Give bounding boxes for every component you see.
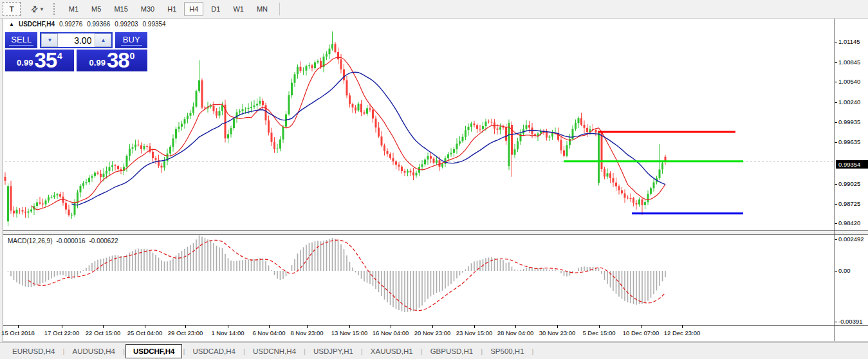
timeframe-button-w1[interactable]: W1 bbox=[228, 2, 249, 16]
candle-body bbox=[245, 109, 246, 109]
candle-body bbox=[369, 108, 371, 109]
chart-tab-gbpusd[interactable]: GBPUSD,H1 bbox=[423, 345, 480, 357]
axis-label: 1.01145 bbox=[838, 38, 860, 45]
tab-separator: | bbox=[123, 347, 125, 355]
candle-body bbox=[584, 125, 586, 128]
candle-body bbox=[311, 65, 313, 68]
buy-quote-button[interactable]: 0.99 38 0 bbox=[77, 50, 147, 71]
volume-increase-button[interactable]: ▲ bbox=[95, 33, 111, 47]
time-axis-label: 25 Oct 04:00 bbox=[127, 329, 162, 336]
sell-button[interactable]: SELL bbox=[5, 32, 37, 48]
candle-body bbox=[647, 194, 649, 202]
timeframe-button-m1[interactable]: M1 bbox=[64, 2, 84, 16]
one-click-trade-panel: SELL ▼ ▲ BUY 0.99 35 4 0.99 38 0 bbox=[5, 32, 147, 71]
chart-tab-xauusd[interactable]: XAUUSD,H1 bbox=[364, 345, 420, 357]
candle-body bbox=[433, 159, 435, 163]
candle-body bbox=[216, 111, 217, 116]
time-axis-label: 5 Dec 15:00 bbox=[582, 329, 615, 336]
current-price-tag: 0.99354 bbox=[836, 160, 868, 169]
candle-body bbox=[53, 195, 55, 197]
candle-body bbox=[482, 126, 484, 129]
chart-tab-usdcad[interactable]: USDCAD,H4 bbox=[185, 345, 242, 357]
candle-body bbox=[181, 124, 183, 127]
chart-tab-sp500[interactable]: SP500,H1 bbox=[483, 345, 531, 357]
candle-body bbox=[254, 106, 255, 107]
candle-body bbox=[476, 125, 478, 129]
candle-body bbox=[491, 122, 493, 122]
candle-body bbox=[601, 133, 603, 169]
candle-body bbox=[331, 44, 333, 48]
candle-body bbox=[439, 160, 441, 167]
candle-body bbox=[132, 147, 134, 149]
timeframe-button-mn[interactable]: MN bbox=[252, 2, 273, 16]
timeframe-button-h4[interactable]: H4 bbox=[184, 2, 203, 16]
tab-separator: | bbox=[361, 347, 363, 355]
candle-body bbox=[155, 158, 157, 160]
candle-body bbox=[551, 133, 553, 136]
sell-quote-button[interactable]: 0.99 35 4 bbox=[5, 50, 74, 71]
candle-body bbox=[129, 149, 131, 156]
candle-body bbox=[233, 118, 235, 128]
timeframe-button-m5[interactable]: M5 bbox=[86, 2, 106, 16]
candle-body bbox=[163, 161, 165, 167]
tab-separator: | bbox=[243, 347, 245, 355]
candle-body bbox=[549, 136, 551, 137]
buy-button[interactable]: BUY bbox=[115, 32, 147, 48]
candle-body bbox=[300, 67, 302, 71]
volume-decrease-button[interactable]: ▼ bbox=[41, 33, 58, 47]
text-tool-button[interactable]: T bbox=[3, 2, 21, 16]
toolbar-grip bbox=[53, 3, 57, 15]
candle-body bbox=[503, 127, 504, 128]
candle-body bbox=[140, 145, 142, 149]
ma-slow-line bbox=[72, 72, 666, 205]
candle-body bbox=[297, 67, 299, 74]
candle-body bbox=[103, 174, 105, 178]
candle-body bbox=[13, 211, 15, 214]
candle-body bbox=[82, 183, 84, 186]
time-axis-label: 20 Nov 23:00 bbox=[414, 329, 451, 336]
toolbar-separator bbox=[279, 3, 280, 15]
chart-tab-audusd[interactable]: AUDUSD,H4 bbox=[65, 345, 122, 357]
chart-tab-eurusd[interactable]: EURUSD,H4 bbox=[5, 345, 62, 357]
timeframe-button-m30[interactable]: M30 bbox=[136, 2, 160, 16]
candle-body bbox=[88, 178, 90, 182]
time-axis-label: 6 Nov 04:00 bbox=[252, 329, 285, 336]
sell-price-pip: 4 bbox=[57, 51, 62, 61]
timeframe-button-d1[interactable]: D1 bbox=[206, 2, 225, 16]
arrange-arrows-button[interactable]: ⇅ ▼ bbox=[23, 3, 47, 15]
candle-body bbox=[134, 145, 136, 147]
candle-body bbox=[10, 186, 12, 210]
candle-body bbox=[288, 95, 290, 115]
candle-body bbox=[265, 105, 267, 120]
candle-body bbox=[401, 167, 403, 171]
timeframe-button-h1[interactable]: H1 bbox=[162, 2, 181, 16]
candle-body bbox=[302, 71, 304, 71]
candle-body bbox=[398, 165, 400, 167]
sell-button-label: SELL bbox=[9, 35, 33, 46]
candle-body bbox=[499, 127, 501, 130]
candle-body bbox=[352, 104, 354, 107]
candle-body bbox=[279, 140, 281, 149]
volume-input[interactable] bbox=[58, 33, 95, 47]
candle-body bbox=[595, 130, 597, 133]
candle-body bbox=[387, 151, 389, 154]
chart-tab-usdjpy[interactable]: USDJPY,H1 bbox=[306, 345, 360, 357]
buy-price-big: 38 bbox=[107, 51, 129, 70]
candle-body bbox=[242, 109, 244, 111]
candle-body bbox=[407, 171, 409, 173]
candle-body bbox=[578, 118, 580, 124]
top-toolbar: T ⇅ ▼ M1M5M15M30H1H4D1W1MN bbox=[0, 0, 868, 19]
candle-body bbox=[531, 127, 533, 134]
candle-body bbox=[57, 194, 59, 196]
candle-body bbox=[271, 133, 273, 142]
candle-body bbox=[355, 107, 356, 111]
candle-body bbox=[488, 122, 490, 122]
timeframe-button-m15[interactable]: M15 bbox=[109, 2, 133, 16]
chart-tab-usdcnh[interactable]: USDCNH,H4 bbox=[246, 345, 303, 357]
candle-body bbox=[262, 101, 264, 106]
candle-body bbox=[604, 169, 605, 177]
candle-body bbox=[59, 194, 61, 197]
candle-body bbox=[314, 62, 316, 68]
chart-tab-usdchf[interactable]: USDCHF,H4 bbox=[125, 344, 183, 358]
timeframe-toolbar: M1M5M15M30H1H4D1W1MN bbox=[62, 2, 274, 16]
